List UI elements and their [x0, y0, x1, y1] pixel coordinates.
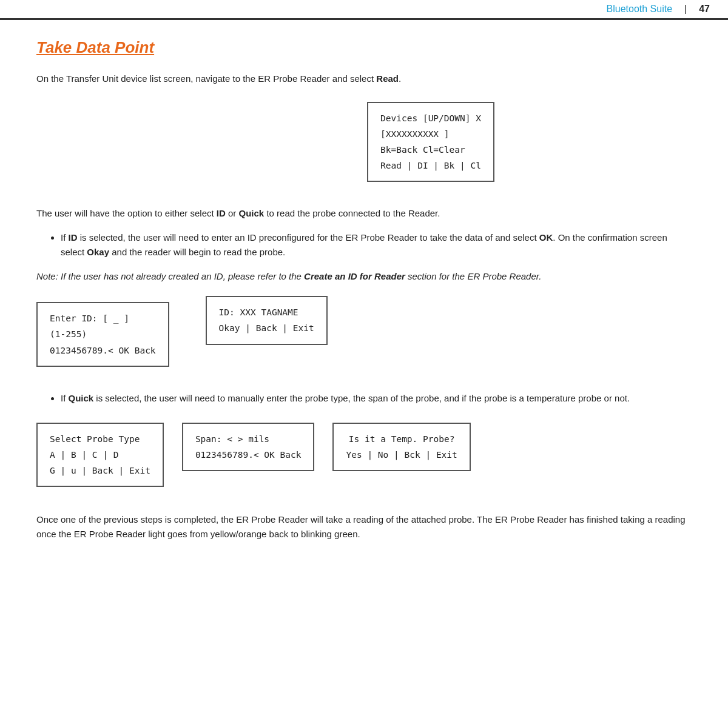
- three-col-screens: Select Probe Type A | B | C | D G | u | …: [36, 417, 692, 499]
- span-line1: Span: < > mils: [195, 431, 302, 447]
- bullet-quick: Quick: [239, 208, 265, 218]
- b1-end: and the reader will begin to read the pr…: [109, 247, 285, 257]
- span-screen: Span: < > mils 0123456789.< OK Back: [182, 423, 315, 471]
- enter-id-line4: 0123456789.< OK Back: [50, 343, 156, 358]
- b1-ok: OK: [539, 232, 553, 243]
- page-header: Bluetooth Suite | 47: [0, 0, 728, 20]
- section-title: Take Data Point: [36, 38, 692, 57]
- span-line3: 0123456789.< OK Back: [195, 447, 302, 463]
- confirm-screen: ID: XXX TAGNAME Okay | Back | Exit: [206, 296, 328, 344]
- b2-end: is selected, the user will need to manua…: [93, 393, 630, 403]
- note-end: section for the ER Probe Reader.: [405, 271, 542, 281]
- bullet-item-2: If Quick is selected, the user will need…: [61, 391, 692, 406]
- sp-line4: G | u | Back | Exit: [50, 463, 150, 478]
- bullet-id: ID: [217, 208, 226, 218]
- b2-start: If: [61, 393, 69, 403]
- device-screen: Devices [UP/DOWN] X [XXXXXXXXXX ] Bk=Bac…: [367, 102, 494, 182]
- bullet-or: or: [226, 208, 239, 218]
- main-content: Take Data Point On the Transfer Unit dev…: [0, 20, 728, 575]
- italic-note: Note: If the user has not already create…: [36, 269, 692, 284]
- enter-id-line1: Enter ID: [ _ ]: [50, 310, 156, 326]
- device-screen-container: Devices [UP/DOWN] X [XXXXXXXXXX ] Bk=Bac…: [170, 96, 692, 194]
- intro-bold: Read: [376, 73, 399, 84]
- device-screen-line1: Devices [UP/DOWN] X: [380, 110, 481, 126]
- sp-line3: A | B | C | D: [50, 447, 150, 463]
- temp-line1: Is it a Temp. Probe?: [346, 431, 457, 447]
- intro-text: On the Transfer Unit device list screen,…: [36, 73, 376, 84]
- note-bold: Create an ID for Reader: [304, 271, 405, 281]
- bullet-intro-text: The user will have the option to either …: [36, 206, 692, 221]
- temp-screen: Is it a Temp. Probe? Yes | No | Bck | Ex…: [332, 423, 470, 471]
- header-separator: |: [684, 4, 687, 15]
- id-screens-row: Enter ID: [ _ ] (1-255) 0123456789.< OK …: [36, 296, 692, 378]
- device-screen-line2: [XXXXXXXXXX ]: [380, 126, 481, 142]
- enter-id-line2: (1-255): [50, 326, 156, 342]
- confirm-line1: ID: XXX TAGNAME: [219, 304, 314, 320]
- bullet-intro-end: to read the probe connected to the Reade…: [264, 208, 440, 218]
- header-title: Bluetooth Suite: [607, 4, 673, 15]
- page-number: 47: [699, 4, 710, 15]
- device-screen-line3: Bk=Back Cl=Clear: [380, 142, 481, 158]
- device-screen-line4: Read | DI | Bk | Cl: [380, 158, 481, 173]
- bullet-list-2: If Quick is selected, the user will need…: [36, 391, 692, 406]
- intro-end: .: [399, 73, 401, 84]
- b1-okay: Okay: [87, 247, 109, 257]
- b2-quick: Quick: [69, 393, 94, 403]
- enter-id-screen: Enter ID: [ _ ] (1-255) 0123456789.< OK …: [36, 302, 169, 366]
- temp-line3: Yes | No | Bck | Exit: [346, 447, 457, 463]
- bullet-list: If ID is selected, the user will need to…: [36, 230, 692, 260]
- select-probe-screen: Select Probe Type A | B | C | D G | u | …: [36, 423, 164, 487]
- b1-start: If: [61, 232, 69, 243]
- confirm-line3: Okay | Back | Exit: [219, 320, 314, 336]
- intro-paragraph: On the Transfer Unit device list screen,…: [36, 72, 692, 86]
- b1-mid: is selected, the user will need to enter…: [78, 232, 539, 243]
- outro-paragraph: Once one of the previous steps is comple…: [36, 512, 692, 542]
- b1-id: ID: [69, 232, 78, 243]
- note-start: Note: If the user has not already create…: [36, 271, 304, 281]
- sp-line1: Select Probe Type: [50, 431, 150, 447]
- bullet-intro: The user will have the option to either …: [36, 208, 217, 218]
- bullet-item-1: If ID is selected, the user will need to…: [61, 230, 692, 260]
